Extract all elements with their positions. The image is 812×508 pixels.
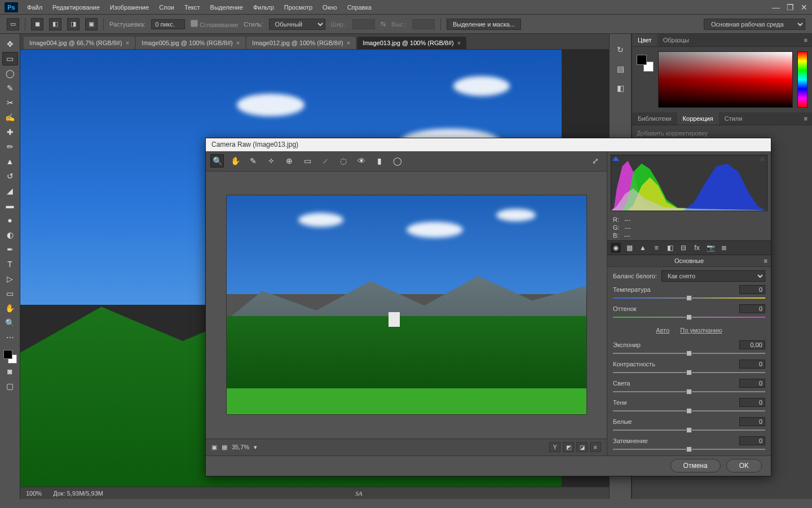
wb-select[interactable]: Как снято xyxy=(661,270,765,282)
cr-fullscreen-icon[interactable]: ⤢ xyxy=(589,154,602,168)
gradient-tool-icon[interactable]: ▬ xyxy=(2,199,18,212)
cr-hsl-tab-icon[interactable]: ≡ xyxy=(651,243,661,253)
default-link[interactable]: По умолчанию xyxy=(680,327,722,334)
camera-raw-preview[interactable] xyxy=(206,172,607,439)
pen-tool-icon[interactable]: ✒ xyxy=(2,243,18,256)
cr-zoom-tool-icon[interactable]: 🔍 xyxy=(210,154,224,168)
zoom-tool-icon[interactable]: 🔍 xyxy=(2,316,18,330)
window-close-icon[interactable]: ✕ xyxy=(801,3,807,12)
ok-button[interactable]: OK xyxy=(726,459,762,472)
cr-panel-menu-icon[interactable]: ≡ xyxy=(764,257,767,264)
cr-lens-tab-icon[interactable]: ⊟ xyxy=(678,243,689,253)
slider-value-input[interactable] xyxy=(739,340,765,349)
crop-tool-icon[interactable]: ✂ xyxy=(2,96,18,110)
tab-close-icon[interactable]: × xyxy=(126,40,129,46)
cr-split-tab-icon[interactable]: ◧ xyxy=(665,243,675,253)
tint-slider[interactable] xyxy=(613,314,765,320)
document-tab[interactable]: Image013.jpg @ 100% (RGB/8#)× xyxy=(357,37,466,49)
tab-close-icon[interactable]: × xyxy=(236,40,240,46)
marquee-tool-icon[interactable]: ▭ xyxy=(2,52,18,65)
window-minimize-icon[interactable]: — xyxy=(772,3,780,12)
temperature-slider[interactable] xyxy=(613,295,765,301)
highlight-clip-indicator[interactable] xyxy=(759,156,766,161)
menu-view[interactable]: Просмотр xyxy=(280,2,317,12)
foreground-background-colors[interactable] xyxy=(3,350,17,364)
cr-presets-tab-icon[interactable]: ≣ xyxy=(719,243,729,253)
hue-slider[interactable] xyxy=(797,51,807,108)
properties-panel-icon[interactable]: ◧ xyxy=(617,84,624,93)
more-tools-icon[interactable]: ⋯ xyxy=(2,331,18,344)
heal-tool-icon[interactable]: ✚ xyxy=(2,125,18,139)
document-tab[interactable]: Image005.jpg @ 100% (RGB/8#)× xyxy=(136,37,245,49)
shadow-clip-indicator[interactable] xyxy=(612,156,619,161)
cr-shadow-clip-icon[interactable]: ◩ xyxy=(563,442,574,452)
cr-fill-icon[interactable]: ▦ xyxy=(222,444,227,451)
panel-menu-icon[interactable]: ≡ xyxy=(800,112,812,125)
auto-link[interactable]: Авто xyxy=(656,327,669,334)
stamp-tool-icon[interactable]: ▲ xyxy=(2,155,18,168)
histogram[interactable] xyxy=(611,155,767,211)
actions-panel-icon[interactable]: ▤ xyxy=(617,64,624,73)
select-and-mask-button[interactable]: Выделение и маска... xyxy=(447,19,521,30)
quick-select-tool-icon[interactable]: ✎ xyxy=(2,81,18,95)
cr-detail-tab-icon[interactable]: ▲ xyxy=(638,243,648,253)
menu-filter[interactable]: Фильтр xyxy=(249,2,279,12)
feather-input[interactable] xyxy=(151,19,185,29)
workspace-select[interactable]: Основная рабочая среда xyxy=(704,19,805,30)
cr-color-sampler-icon[interactable]: ✧ xyxy=(264,154,278,168)
blur-tool-icon[interactable]: ● xyxy=(2,213,18,227)
subtract-selection-icon[interactable]: ◨ xyxy=(67,18,80,30)
menu-layers[interactable]: Слои xyxy=(155,2,179,12)
exposure-slider[interactable] xyxy=(613,351,765,356)
eraser-tool-icon[interactable]: ◢ xyxy=(2,184,18,198)
cr-graduated-filter-icon[interactable]: ◯ xyxy=(391,154,404,168)
menu-window[interactable]: Окно xyxy=(318,2,342,12)
menu-select[interactable]: Выделение xyxy=(206,2,248,12)
cr-wb-tool-icon[interactable]: ✎ xyxy=(246,154,260,168)
cr-fx-tab-icon[interactable]: fx xyxy=(692,243,702,253)
blacks-slider[interactable] xyxy=(613,446,765,452)
cr-settings-icon[interactable]: ≡ xyxy=(590,442,601,452)
cr-crop-tool-icon[interactable]: ▭ xyxy=(301,154,314,168)
cr-redeye-tool-icon[interactable]: 👁 xyxy=(355,154,368,168)
color-swatch[interactable] xyxy=(637,55,654,72)
menu-image[interactable]: Изображение xyxy=(105,2,153,12)
zoom-readout[interactable]: 100% xyxy=(26,490,42,497)
cr-hand-tool-icon[interactable]: ✋ xyxy=(228,154,242,168)
cr-straighten-tool-icon[interactable]: ⟋ xyxy=(319,154,332,168)
tab-swatches[interactable]: Образцы xyxy=(657,34,695,46)
history-brush-tool-icon[interactable]: ↺ xyxy=(2,169,18,183)
tab-libraries[interactable]: Библиотеки xyxy=(632,112,677,125)
path-select-tool-icon[interactable]: ▷ xyxy=(2,272,18,286)
tab-styles[interactable]: Стили xyxy=(719,112,748,125)
tab-close-icon[interactable]: × xyxy=(347,40,350,46)
slider-value-input[interactable] xyxy=(739,436,765,445)
highlights-slider[interactable] xyxy=(613,389,765,395)
tab-close-icon[interactable]: × xyxy=(457,40,461,46)
document-tab[interactable]: Image012.jpg @ 100% (RGB/8#)× xyxy=(246,37,356,49)
menu-file[interactable]: Файл xyxy=(23,2,47,12)
cr-highlight-clip-icon[interactable]: ◪ xyxy=(576,442,588,452)
eyedropper-tool-icon[interactable]: ✍ xyxy=(2,111,18,124)
cr-fit-icon[interactable]: ▣ xyxy=(211,444,217,451)
panel-menu-icon[interactable]: ≡ xyxy=(800,34,812,46)
new-selection-icon[interactable]: ◼ xyxy=(31,18,43,30)
window-restore-icon[interactable]: ❐ xyxy=(787,3,794,12)
text-tool-icon[interactable]: T xyxy=(2,257,18,271)
document-tab[interactable]: Image004.jpg @ 66,7% (RGB/8#)× xyxy=(24,37,135,49)
move-tool-icon[interactable]: ✥ xyxy=(2,37,18,51)
whites-slider[interactable] xyxy=(613,427,765,433)
cr-curve-tab-icon[interactable]: ▦ xyxy=(624,243,634,253)
cancel-button[interactable]: Отмена xyxy=(670,459,721,472)
slider-value-input[interactable] xyxy=(739,417,765,426)
cr-zoom-dropdown-icon[interactable]: ▾ xyxy=(254,444,257,451)
intersect-selection-icon[interactable]: ▣ xyxy=(85,18,98,30)
cr-camera-tab-icon[interactable]: 📷 xyxy=(705,243,716,253)
menu-text[interactable]: Текст xyxy=(180,2,205,12)
cr-target-adjust-icon[interactable]: ⊕ xyxy=(283,154,296,168)
quick-mask-icon[interactable]: ◙ xyxy=(2,365,18,378)
shape-tool-icon[interactable]: ▭ xyxy=(2,287,18,300)
color-field[interactable] xyxy=(658,51,793,108)
tab-color[interactable]: Цвет xyxy=(632,34,657,46)
menu-edit[interactable]: Редактирование xyxy=(48,2,104,12)
